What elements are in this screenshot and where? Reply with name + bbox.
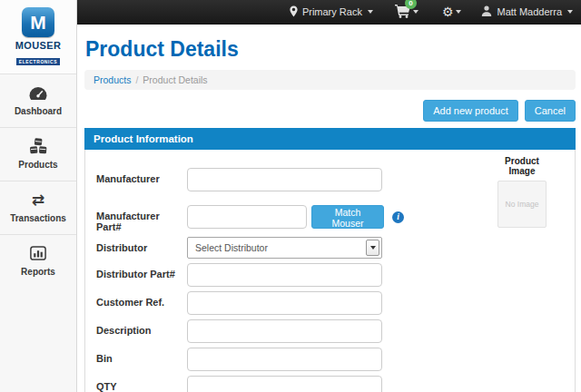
field-label: Manufacturer Part# bbox=[96, 205, 187, 232]
form-row-bin: Bin bbox=[96, 348, 575, 371]
field-label: Description bbox=[96, 319, 187, 343]
product-image-block: Product Image No Image bbox=[493, 156, 551, 228]
panel-header: Product Information bbox=[84, 128, 576, 150]
bin-input[interactable] bbox=[187, 348, 382, 371]
breadcrumb: Products/Product Details bbox=[84, 70, 576, 90]
customer-ref-input[interactable] bbox=[187, 291, 382, 315]
dashboard-gauge-icon bbox=[0, 84, 76, 101]
page-content: Product Details Products/Product Details… bbox=[77, 24, 581, 392]
topbar: Primary Rack 0 ⚙ bbox=[77, 0, 581, 24]
page-actions: Add new product Cancel bbox=[84, 100, 576, 122]
product-boxes-icon bbox=[0, 138, 76, 154]
breadcrumb-current: Product Details bbox=[143, 74, 207, 85]
sidebar: M MOUSER ELECTRONICS Dashboard bbox=[0, 0, 77, 392]
add-new-product-button[interactable]: Add new product bbox=[423, 100, 518, 122]
select-arrow-icon bbox=[366, 240, 379, 256]
chevron-down-icon bbox=[413, 10, 419, 14]
location-pin-icon bbox=[290, 5, 298, 19]
location-dropdown[interactable]: Primary Rack bbox=[290, 5, 373, 19]
mouser-monogram-icon: M bbox=[22, 7, 54, 37]
distributor-part-input[interactable] bbox=[187, 263, 382, 287]
gear-icon: ⚙ bbox=[442, 5, 454, 18]
logo-sub-text: ELECTRONICS bbox=[16, 58, 60, 65]
form-row-qty: QTY bbox=[96, 376, 575, 392]
field-label: Distributor bbox=[96, 237, 187, 259]
form-row-customer-ref: Customer Ref. bbox=[96, 291, 575, 315]
sidebar-item-dashboard[interactable]: Dashboard bbox=[0, 74, 76, 127]
manufacturer-part-input[interactable] bbox=[187, 205, 307, 229]
field-label: Distributor Part# bbox=[96, 263, 187, 287]
sidebar-item-transactions[interactable]: ⇄ Transactions bbox=[0, 181, 76, 234]
settings-dropdown[interactable]: ⚙ bbox=[442, 5, 462, 18]
transfer-arrows-icon: ⇄ bbox=[0, 191, 76, 208]
chevron-down-icon bbox=[456, 10, 461, 14]
form-row-distributor: Distributor Select Distributor bbox=[96, 237, 575, 259]
cart-count-badge: 0 bbox=[405, 0, 417, 9]
main-column: Primary Rack 0 ⚙ bbox=[77, 0, 581, 392]
sidebar-item-products[interactable]: Products bbox=[0, 127, 76, 181]
user-name: Matt Madderra bbox=[497, 6, 562, 17]
product-image-label: Product Image bbox=[493, 156, 551, 176]
qty-input[interactable] bbox=[187, 376, 382, 392]
field-label: Manufacturer bbox=[96, 168, 187, 191]
breadcrumb-separator: / bbox=[135, 74, 138, 85]
app-root: M MOUSER ELECTRONICS Dashboard bbox=[0, 0, 581, 392]
field-label: QTY bbox=[96, 376, 187, 392]
field-label: Bin bbox=[96, 348, 187, 371]
user-icon bbox=[481, 5, 492, 18]
chevron-down-icon bbox=[567, 10, 573, 14]
breadcrumb-products-link[interactable]: Products bbox=[94, 74, 131, 85]
logo-brand-text: MOUSER bbox=[0, 40, 76, 51]
cart-dropdown[interactable]: 0 bbox=[395, 5, 419, 20]
sidebar-item-label: Transactions bbox=[0, 213, 76, 223]
form-row-distributor-part: Distributor Part# bbox=[96, 263, 575, 287]
manufacturer-input[interactable] bbox=[187, 168, 382, 191]
match-mouser-button[interactable]: Match Mouser bbox=[311, 205, 384, 229]
page-title: Product Details bbox=[85, 37, 576, 62]
bar-chart-icon bbox=[0, 245, 76, 261]
cancel-button[interactable]: Cancel bbox=[525, 100, 576, 122]
sidebar-item-label: Dashboard bbox=[0, 106, 76, 116]
sidebar-item-label: Reports bbox=[0, 267, 76, 277]
sidebar-item-reports[interactable]: Reports bbox=[0, 234, 76, 288]
product-information-panel: Product Information Product Image No Ima… bbox=[84, 128, 576, 392]
description-input[interactable] bbox=[187, 319, 382, 343]
user-menu[interactable]: Matt Madderra bbox=[481, 5, 573, 18]
panel-body: Product Image No Image Manufacturer Manu… bbox=[84, 150, 576, 392]
location-label: Primary Rack bbox=[302, 6, 362, 17]
sidebar-item-label: Products bbox=[0, 160, 76, 170]
info-icon[interactable]: i bbox=[392, 211, 404, 223]
field-label: Customer Ref. bbox=[96, 291, 187, 315]
product-image-placeholder: No Image bbox=[497, 181, 547, 228]
mouser-logo[interactable]: M MOUSER ELECTRONICS bbox=[0, 0, 76, 74]
distributor-select-value: Select Distributor bbox=[188, 238, 381, 258]
distributor-select[interactable]: Select Distributor bbox=[187, 237, 382, 259]
chevron-down-icon bbox=[368, 10, 373, 14]
form-row-description: Description bbox=[96, 319, 575, 343]
